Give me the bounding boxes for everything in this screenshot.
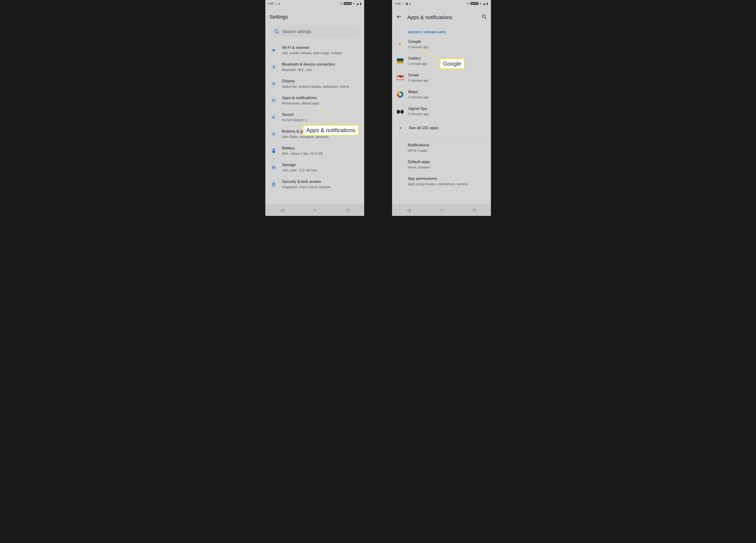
nav-bar: ◁ ○ □ — [265, 204, 364, 216]
svg-text:B: B — [273, 133, 274, 135]
svg-rect-8 — [274, 100, 275, 101]
status-bar: 4:46 ⟘ ▣ ▸ ℕ VoLTE ▾ ◢ ▮ — [392, 0, 491, 7]
battery-icon: ▮ — [486, 2, 488, 5]
back-button[interactable] — [396, 14, 402, 21]
svg-rect-19 — [273, 184, 275, 186]
settings-item-security[interactable]: Security & lock screenFingerprint, Face … — [265, 176, 364, 193]
apps-icon — [270, 96, 278, 105]
storage-icon — [270, 163, 278, 172]
settings-item-bluetooth[interactable]: Bluetooth & device connectionBluetooth, … — [265, 59, 364, 75]
search-button[interactable] — [482, 14, 487, 21]
divider — [392, 138, 491, 138]
item-app-permissions[interactable]: App permissionsApps using location, micr… — [392, 173, 491, 189]
gestures-icon: B — [270, 130, 278, 138]
maps-app-icon — [396, 90, 404, 98]
svg-rect-3 — [272, 99, 273, 100]
nfc-icon: ℕ — [340, 2, 342, 5]
item-default-apps[interactable]: Default appsHome, browser — [392, 156, 491, 173]
nav-back-icon[interactable]: ◁ — [407, 207, 410, 213]
gallery-app-icon — [396, 57, 404, 65]
app-item-google[interactable]: G Google0 minutes ago — [392, 36, 491, 53]
settings-item-sound[interactable]: SoundDo Not Disturb, e — [265, 109, 364, 126]
search-icon — [274, 29, 279, 34]
phone-apps-notifications: 4:46 ⟘ ▣ ▸ ℕ VoLTE ▾ ◢ ▮ Apps & notifica… — [392, 0, 491, 216]
settings-item-wifi[interactable]: Wi-Fi & internetSIM, mobile network, dat… — [265, 42, 364, 59]
status-time: 4:45 — [268, 2, 274, 5]
svg-rect-6 — [272, 100, 273, 101]
status-bar: 4:45 ⟘ ▸ ℕ VoLTE ▾ ◢ ▮ — [265, 0, 364, 7]
svg-rect-16 — [273, 151, 274, 152]
page-title: Settings — [270, 14, 288, 20]
bluetooth-icon — [270, 63, 278, 71]
carrier-icon: ⟘ — [402, 2, 404, 5]
svg-rect-18 — [272, 168, 275, 169]
section-recently-opened: RECENTLY OPENED APPS — [392, 24, 491, 36]
wifi-icon: ▾ — [480, 2, 481, 5]
gmail-app-icon — [396, 74, 404, 82]
volte-badge: VoLTE — [470, 2, 478, 5]
svg-rect-15 — [273, 149, 274, 149]
search-placeholder: Search settings — [283, 29, 311, 34]
display-icon — [270, 80, 278, 88]
nav-home-icon[interactable]: ○ — [313, 207, 316, 213]
svg-point-20 — [482, 15, 485, 18]
see-all-apps[interactable]: See all 101 apps — [392, 120, 491, 136]
chevron-right-icon — [396, 124, 405, 132]
play-icon: ▸ — [279, 2, 280, 5]
nav-back-icon[interactable]: ◁ — [280, 207, 284, 213]
svg-rect-10 — [273, 101, 274, 102]
sound-icon — [270, 113, 278, 121]
image-icon: ▣ — [406, 2, 408, 5]
svg-rect-4 — [273, 99, 274, 100]
wifi-icon: ▾ — [353, 2, 355, 5]
signal-spy-app-icon — [396, 107, 404, 115]
svg-line-1 — [277, 32, 279, 34]
settings-item-battery[interactable]: Battery60% · About 1 day, 20 hr left — [265, 142, 364, 159]
battery-settings-icon — [270, 146, 278, 155]
settings-item-storage[interactable]: Storage14% used · 110 GB free — [265, 159, 364, 176]
status-time: 4:46 — [395, 2, 401, 5]
wifi-settings-icon — [270, 46, 278, 54]
app-item-signal-spy[interactable]: Signal Spy5 minutes ago — [392, 103, 491, 120]
svg-point-0 — [275, 30, 278, 33]
app-item-maps[interactable]: Maps5 minutes ago — [392, 86, 491, 103]
play-icon: ▸ — [410, 2, 411, 5]
app-item-gmail[interactable]: Gmail5 minutes ago — [392, 69, 491, 86]
callout-google: Google — [440, 58, 465, 69]
carrier-icon: ⟘ — [275, 2, 277, 5]
phone-settings: 4:45 ⟘ ▸ ℕ VoLTE ▾ ◢ ▮ Settings Search s… — [265, 0, 364, 216]
search-settings[interactable]: Search settings — [270, 26, 360, 38]
page-title: Apps & notifications — [407, 14, 452, 20]
signal-icon: ◢ — [356, 2, 358, 5]
battery-icon: ▮ — [360, 2, 361, 5]
nav-recent-icon[interactable]: □ — [473, 207, 476, 213]
settings-item-display[interactable]: DisplayStatus bar, ambient display, wall… — [265, 75, 364, 92]
nfc-icon: ℕ — [467, 2, 469, 5]
nav-recent-icon[interactable]: □ — [346, 207, 349, 213]
nav-home-icon[interactable]: ○ — [440, 207, 443, 213]
apps-header: Apps & notifications — [392, 7, 491, 24]
settings-item-apps-notifications[interactable]: Apps & notificationsPermissions, default… — [265, 92, 364, 109]
volte-badge: VoLTE — [344, 2, 351, 5]
svg-rect-9 — [272, 101, 273, 102]
google-app-icon: G — [396, 40, 404, 48]
lock-icon — [270, 180, 278, 188]
svg-point-2 — [273, 83, 274, 84]
callout-apps-notifications: Apps & notifications — [303, 125, 359, 136]
svg-line-21 — [485, 17, 486, 19]
item-notifications[interactable]: NotificationsOff for 3 apps — [392, 139, 491, 156]
svg-rect-17 — [272, 166, 275, 167]
svg-rect-7 — [273, 100, 274, 101]
settings-header: Settings — [265, 7, 364, 23]
nav-bar: ◁ ○ □ — [392, 204, 491, 216]
signal-icon: ◢ — [483, 2, 485, 5]
svg-rect-5 — [274, 99, 275, 100]
svg-rect-11 — [274, 101, 275, 102]
